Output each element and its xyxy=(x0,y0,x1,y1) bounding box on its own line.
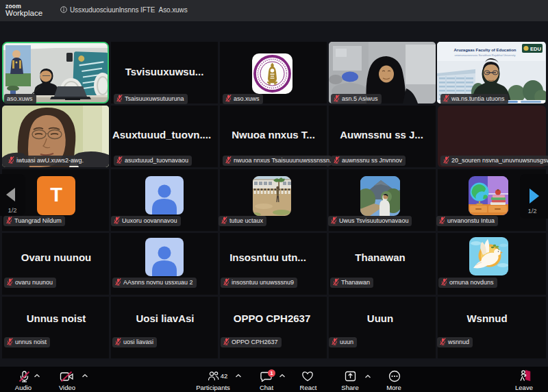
svg-text:Aruzagaas Faculty of Educatio: Aruzagaas Faculty of Education xyxy=(453,48,516,52)
svg-text:EDU: EDU xyxy=(530,46,541,52)
svg-text:unionunausosruuiu Suratthani R: unionunausosruuiu Suratthani Rajabhat Un… xyxy=(455,53,516,57)
